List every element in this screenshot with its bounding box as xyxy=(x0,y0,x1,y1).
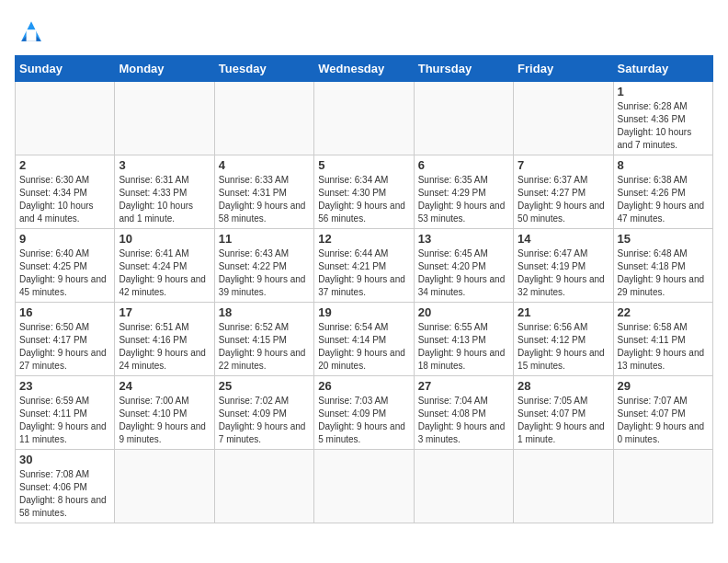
day-number: 29 xyxy=(618,379,709,393)
calendar-cell: 21Sunrise: 6:56 AM Sunset: 4:12 PM Dayli… xyxy=(514,303,613,376)
calendar-cell: 17Sunrise: 6:51 AM Sunset: 4:16 PM Dayli… xyxy=(115,303,214,376)
day-info: Sunrise: 6:41 AM Sunset: 4:24 PM Dayligh… xyxy=(119,247,210,299)
calendar-cell: 30Sunrise: 7:08 AM Sunset: 4:06 PM Dayli… xyxy=(16,450,115,523)
day-number: 10 xyxy=(119,232,210,246)
calendar-cell: 15Sunrise: 6:48 AM Sunset: 4:18 PM Dayli… xyxy=(613,229,712,303)
calendar-cell: 27Sunrise: 7:04 AM Sunset: 4:08 PM Dayli… xyxy=(414,376,513,450)
day-info: Sunrise: 6:43 AM Sunset: 4:22 PM Dayligh… xyxy=(219,247,310,299)
day-info: Sunrise: 7:02 AM Sunset: 4:09 PM Dayligh… xyxy=(219,395,310,446)
day-number: 13 xyxy=(418,232,509,246)
calendar-cell: 29Sunrise: 7:07 AM Sunset: 4:07 PM Dayli… xyxy=(613,376,712,450)
calendar-cell: 16Sunrise: 6:50 AM Sunset: 4:17 PM Dayli… xyxy=(16,303,115,376)
day-number: 28 xyxy=(518,379,609,393)
day-info: Sunrise: 6:40 AM Sunset: 4:25 PM Dayligh… xyxy=(19,247,110,299)
day-info: Sunrise: 6:37 AM Sunset: 4:27 PM Dayligh… xyxy=(518,174,609,225)
weekday-header-row: SundayMondayTuesdayWednesdayThursdayFrid… xyxy=(16,56,713,82)
day-number: 24 xyxy=(119,379,210,393)
day-number: 19 xyxy=(318,305,409,319)
day-info: Sunrise: 6:51 AM Sunset: 4:16 PM Dayligh… xyxy=(119,321,210,373)
calendar-cell xyxy=(115,82,214,155)
calendar-cell: 5Sunrise: 6:34 AM Sunset: 4:30 PM Daylig… xyxy=(314,155,414,229)
day-info: Sunrise: 6:50 AM Sunset: 4:17 PM Dayligh… xyxy=(19,321,110,373)
day-number: 8 xyxy=(618,158,709,172)
calendar-cell: 28Sunrise: 7:05 AM Sunset: 4:07 PM Dayli… xyxy=(514,376,613,450)
day-number: 2 xyxy=(19,158,110,172)
day-info: Sunrise: 6:44 AM Sunset: 4:21 PM Dayligh… xyxy=(318,247,409,299)
day-number: 15 xyxy=(618,232,709,246)
day-info: Sunrise: 7:05 AM Sunset: 4:07 PM Dayligh… xyxy=(518,395,609,446)
day-number: 6 xyxy=(418,158,509,172)
day-number: 14 xyxy=(518,232,609,246)
day-number: 26 xyxy=(318,379,409,393)
calendar-cell: 9Sunrise: 6:40 AM Sunset: 4:25 PM Daylig… xyxy=(16,229,115,303)
calendar-cell: 4Sunrise: 6:33 AM Sunset: 4:31 PM Daylig… xyxy=(214,155,313,229)
calendar-cell: 25Sunrise: 7:02 AM Sunset: 4:09 PM Dayli… xyxy=(214,376,313,450)
calendar-cell: 7Sunrise: 6:37 AM Sunset: 4:27 PM Daylig… xyxy=(514,155,613,229)
calendar-cell: 10Sunrise: 6:41 AM Sunset: 4:24 PM Dayli… xyxy=(115,229,214,303)
calendar-cell xyxy=(314,82,414,155)
day-number: 12 xyxy=(318,232,409,246)
calendar-week-row: 30Sunrise: 7:08 AM Sunset: 4:06 PM Dayli… xyxy=(16,450,713,523)
calendar-cell xyxy=(514,82,613,155)
calendar-cell xyxy=(613,450,712,523)
day-number: 11 xyxy=(219,232,310,246)
day-info: Sunrise: 6:30 AM Sunset: 4:34 PM Dayligh… xyxy=(19,174,110,225)
day-number: 16 xyxy=(19,305,110,319)
day-number: 18 xyxy=(219,305,310,319)
weekday-header: Thursday xyxy=(414,56,513,82)
calendar-week-row: 23Sunrise: 6:59 AM Sunset: 4:11 PM Dayli… xyxy=(16,376,713,450)
day-number: 9 xyxy=(19,232,110,246)
day-info: Sunrise: 6:52 AM Sunset: 4:15 PM Dayligh… xyxy=(219,321,310,373)
day-info: Sunrise: 6:55 AM Sunset: 4:13 PM Dayligh… xyxy=(418,321,509,373)
day-info: Sunrise: 6:33 AM Sunset: 4:31 PM Dayligh… xyxy=(219,174,310,225)
calendar-cell xyxy=(514,450,613,523)
calendar-cell: 23Sunrise: 6:59 AM Sunset: 4:11 PM Dayli… xyxy=(16,376,115,450)
day-info: Sunrise: 6:38 AM Sunset: 4:26 PM Dayligh… xyxy=(618,174,709,225)
day-info: Sunrise: 7:04 AM Sunset: 4:08 PM Dayligh… xyxy=(418,395,509,446)
day-info: Sunrise: 7:07 AM Sunset: 4:07 PM Dayligh… xyxy=(618,395,709,446)
calendar-cell: 3Sunrise: 6:31 AM Sunset: 4:33 PM Daylig… xyxy=(115,155,214,229)
day-number: 22 xyxy=(618,305,709,319)
calendar-cell: 13Sunrise: 6:45 AM Sunset: 4:20 PM Dayli… xyxy=(414,229,513,303)
calendar-cell: 20Sunrise: 6:55 AM Sunset: 4:13 PM Dayli… xyxy=(414,303,513,376)
day-number: 27 xyxy=(418,379,509,393)
calendar-cell xyxy=(414,82,513,155)
calendar-cell: 22Sunrise: 6:58 AM Sunset: 4:11 PM Dayli… xyxy=(613,303,712,376)
day-info: Sunrise: 6:47 AM Sunset: 4:19 PM Dayligh… xyxy=(518,247,609,299)
calendar-cell xyxy=(214,450,313,523)
day-info: Sunrise: 6:48 AM Sunset: 4:18 PM Dayligh… xyxy=(618,247,709,299)
calendar-cell xyxy=(115,450,214,523)
calendar-cell: 11Sunrise: 6:43 AM Sunset: 4:22 PM Dayli… xyxy=(214,229,313,303)
calendar-cell: 1Sunrise: 6:28 AM Sunset: 4:36 PM Daylig… xyxy=(613,82,712,155)
calendar-week-row: 2Sunrise: 6:30 AM Sunset: 4:34 PM Daylig… xyxy=(16,155,713,229)
weekday-header: Wednesday xyxy=(314,56,414,82)
page-header xyxy=(15,15,713,48)
weekday-header: Tuesday xyxy=(214,56,313,82)
day-info: Sunrise: 6:28 AM Sunset: 4:36 PM Dayligh… xyxy=(618,100,709,152)
day-number: 21 xyxy=(518,305,609,319)
calendar-cell xyxy=(414,450,513,523)
day-number: 7 xyxy=(518,158,609,172)
calendar-cell: 6Sunrise: 6:35 AM Sunset: 4:29 PM Daylig… xyxy=(414,155,513,229)
day-info: Sunrise: 6:35 AM Sunset: 4:29 PM Dayligh… xyxy=(418,174,509,225)
day-number: 3 xyxy=(119,158,210,172)
day-info: Sunrise: 6:58 AM Sunset: 4:11 PM Dayligh… xyxy=(618,321,709,373)
weekday-header: Saturday xyxy=(613,56,712,82)
calendar-cell: 8Sunrise: 6:38 AM Sunset: 4:26 PM Daylig… xyxy=(613,155,712,229)
day-number: 4 xyxy=(219,158,310,172)
calendar-cell: 19Sunrise: 6:54 AM Sunset: 4:14 PM Dayli… xyxy=(314,303,414,376)
day-info: Sunrise: 6:45 AM Sunset: 4:20 PM Dayligh… xyxy=(418,247,509,299)
calendar-cell: 12Sunrise: 6:44 AM Sunset: 4:21 PM Dayli… xyxy=(314,229,414,303)
day-info: Sunrise: 7:00 AM Sunset: 4:10 PM Dayligh… xyxy=(119,395,210,446)
day-info: Sunrise: 6:31 AM Sunset: 4:33 PM Dayligh… xyxy=(119,174,210,225)
calendar-cell: 18Sunrise: 6:52 AM Sunset: 4:15 PM Dayli… xyxy=(214,303,313,376)
weekday-header: Sunday xyxy=(16,56,115,82)
day-info: Sunrise: 7:08 AM Sunset: 4:06 PM Dayligh… xyxy=(19,468,110,520)
day-info: Sunrise: 6:34 AM Sunset: 4:30 PM Dayligh… xyxy=(318,174,409,225)
day-number: 30 xyxy=(19,453,110,466)
calendar-cell xyxy=(214,82,313,155)
day-number: 20 xyxy=(418,305,509,319)
logo xyxy=(15,15,51,48)
calendar-cell xyxy=(16,82,115,155)
calendar-week-row: 9Sunrise: 6:40 AM Sunset: 4:25 PM Daylig… xyxy=(16,229,713,303)
